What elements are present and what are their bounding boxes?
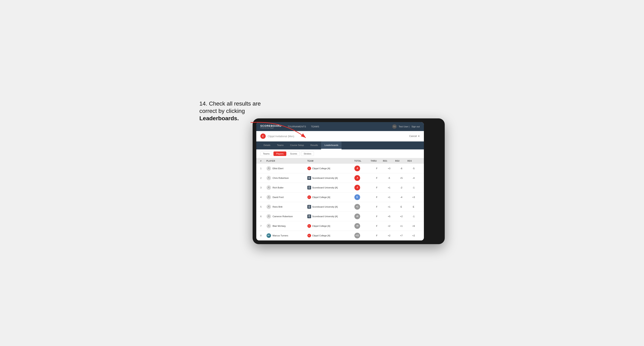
team-logo-scoreboard (308, 186, 311, 189)
table-row: 7 Blair McHarg C Clippd College [A] +9 F… (256, 221, 424, 231)
player-name: Cameron Robertson (273, 215, 293, 218)
team-cell: Scoreboard University [A] (308, 205, 354, 209)
rd2-cell: +1 (395, 225, 408, 227)
team-logo-clippd: C (308, 234, 311, 237)
player-name: David Ford (273, 196, 284, 198)
rd1-cell: +3 (383, 167, 395, 170)
logo-sub: Powered by clippd (260, 127, 282, 129)
player-name: Rich Butler (273, 186, 284, 189)
tab-details[interactable]: Details (260, 142, 274, 150)
rank-cell: 2 (260, 177, 266, 179)
avatar (266, 195, 271, 199)
top-nav: SCOREBOARD Powered by clippd TOURNAMENTS… (256, 122, 424, 131)
rd2-cell: -6 (395, 167, 408, 170)
player-cell: Cameron Robertson (266, 214, 308, 219)
rd3-cell: +3 (408, 196, 420, 198)
team-cell: C Clippd College [A] (308, 224, 354, 228)
avatar (266, 166, 271, 171)
avatar (266, 204, 271, 209)
rd3-cell: +6 (408, 225, 420, 227)
table-row: 2 Chris Robertson Scoreboard University … (256, 173, 424, 183)
tournament-header: C Clippd Invitational (Men) Cancel ✕ (256, 131, 424, 142)
nav-teams[interactable]: TEAMS (311, 125, 319, 129)
player-name: Blair McHarg (273, 225, 286, 227)
thru-cell: F (371, 167, 383, 170)
total-cell: E (354, 194, 371, 200)
rd2-cell: +2 (395, 215, 408, 218)
rd1-cell: +1 (383, 196, 395, 198)
team-logo-scoreboard (308, 205, 311, 209)
table-row: 6 Cameron Robertson Scoreboard Universit… (256, 212, 424, 221)
rd1-cell: +2 (383, 225, 395, 227)
col-player: PLAYER (266, 160, 308, 162)
filter-teams[interactable]: Teams (260, 152, 272, 156)
sign-out-link[interactable]: Sign out (412, 125, 420, 128)
logo-title: SCOREBOARD (260, 125, 282, 127)
team-name: Clippd College [A] (312, 234, 330, 237)
player-name: Elliot Ebert (273, 167, 284, 170)
team-name: Scoreboard University [A] (312, 205, 338, 208)
table-body: 1 Elliot Ebert C Clippd College [A] -8 F… (256, 164, 424, 240)
tablet-screen: SCOREBOARD Powered by clippd TOURNAMENTS… (256, 122, 424, 240)
avatar (266, 176, 271, 180)
team-cell: C Clippd College [A] (308, 195, 354, 199)
tab-results[interactable]: Results (307, 142, 321, 150)
score-badge: +1 (354, 204, 360, 210)
player-cell: Rees Britt (266, 204, 308, 209)
rd2-cell: -2 (395, 186, 408, 189)
score-badge: +9 (354, 223, 360, 229)
rank-cell: 6 (260, 215, 266, 218)
team-cell: C Clippd College [A] (308, 167, 354, 170)
team-name: Scoreboard University [A] (312, 186, 338, 189)
user-avatar: TU (392, 124, 397, 129)
team-logo-clippd: C (308, 195, 311, 199)
player-cell: MT Marcus Turners (266, 233, 308, 238)
team-name: Scoreboard University [A] (312, 177, 338, 179)
rd3-cell: -1 (408, 186, 420, 189)
thru-cell: F (371, 186, 383, 189)
team-logo-clippd: C (308, 167, 311, 170)
filter-players[interactable]: Players (274, 152, 286, 156)
score-badge: -4 (354, 175, 360, 181)
user-label: Test User | (399, 125, 409, 128)
team-logo-scoreboard (308, 176, 311, 180)
tab-teams[interactable]: Teams (274, 142, 287, 150)
team-name: Clippd College [A] (312, 167, 330, 170)
rd3-cell: -1 (408, 215, 420, 218)
rank-cell: 8 (260, 234, 266, 237)
team-cell: Scoreboard University [A] (308, 214, 354, 218)
col-rank: # (260, 160, 266, 162)
team-cell: Scoreboard University [A] (308, 186, 354, 189)
table-row: 1 Elliot Ebert C Clippd College [A] -8 F… (256, 164, 424, 173)
total-cell: -2 (354, 185, 371, 190)
nav-tournaments[interactable]: TOURNAMENTS (288, 125, 306, 129)
rd1-cell: +5 (383, 215, 395, 218)
player-cell: Blair McHarg (266, 224, 308, 228)
player-cell: David Ford (266, 195, 308, 199)
total-cell: -8 (354, 166, 371, 171)
tab-leaderboards[interactable]: Leaderboards (321, 142, 342, 150)
nav-right: TU Test User | Sign out (392, 124, 420, 129)
player-cell: Chris Robertson (266, 176, 308, 180)
player-name: Rees Britt (273, 205, 282, 208)
col-total: TOTAL (354, 160, 371, 162)
tournament-logo: C (260, 134, 266, 139)
avatar (266, 185, 271, 190)
rank-cell: 4 (260, 196, 266, 198)
table-row: 8 MT Marcus Turners C Clippd College [A]… (256, 231, 424, 240)
cancel-button[interactable]: Cancel ✕ (409, 135, 420, 138)
total-cell: +11 (354, 233, 371, 238)
table-row: 4 David Ford C Clippd College [A] E F +1… (256, 192, 424, 202)
player-cell: Elliot Ebert (266, 166, 308, 171)
total-cell: +9 (354, 223, 371, 229)
thru-cell: F (371, 234, 383, 237)
total-cell: -4 (354, 175, 371, 181)
filter-scores[interactable]: Scores (288, 152, 300, 156)
total-cell: +6 (354, 213, 371, 219)
rank-cell: 3 (260, 186, 266, 189)
rd1-cell: +1 (383, 205, 395, 208)
rd3-cell: +2 (408, 234, 420, 237)
tab-course-setup[interactable]: Course Setup (287, 142, 307, 150)
player-name: Chris Robertson (273, 177, 289, 179)
filter-strokes[interactable]: Strokes (301, 152, 314, 156)
